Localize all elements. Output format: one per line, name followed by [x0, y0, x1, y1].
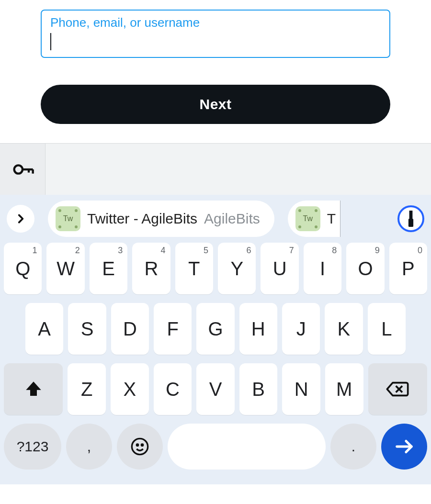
- key-superscript: 7: [289, 246, 294, 256]
- key-w[interactable]: W2: [46, 243, 84, 294]
- key-l[interactable]: L: [368, 303, 406, 355]
- credential-app-icon: Tw: [56, 206, 80, 231]
- key-v[interactable]: V: [196, 363, 235, 415]
- numeric-mode-key[interactable]: ?123: [4, 424, 61, 470]
- key-c[interactable]: C: [154, 363, 192, 415]
- svg-point-9: [136, 444, 138, 446]
- key-superscript: 5: [204, 246, 208, 256]
- key-superscript: 2: [75, 246, 80, 256]
- autofill-suggestion-primary[interactable]: Tw Twitter - AgileBits AgileBits: [48, 201, 274, 237]
- enter-key[interactable]: [381, 424, 427, 470]
- key-t[interactable]: T5: [175, 243, 213, 294]
- svg-point-0: [14, 165, 23, 173]
- key-a[interactable]: A: [25, 303, 63, 355]
- key-f[interactable]: F: [154, 303, 192, 355]
- key-superscript: 3: [118, 246, 123, 256]
- key-m[interactable]: M: [325, 363, 363, 415]
- key-g[interactable]: G: [196, 303, 234, 355]
- key-k[interactable]: K: [325, 303, 363, 355]
- credential-app-icon: Tw: [295, 206, 320, 231]
- credential-badge-text: Tw: [63, 214, 73, 223]
- key-n[interactable]: N: [282, 363, 320, 415]
- login-input-label: Phone, email, or username: [50, 15, 381, 30]
- period-key[interactable]: .: [330, 424, 376, 470]
- next-button[interactable]: Next: [41, 85, 390, 124]
- key-s[interactable]: S: [68, 303, 106, 355]
- key-d[interactable]: D: [111, 303, 149, 355]
- autofill-accessory-bar: [0, 143, 431, 195]
- svg-point-8: [132, 438, 147, 454]
- shift-key[interactable]: [4, 363, 63, 415]
- svg-rect-5: [408, 219, 413, 227]
- onscreen-keyboard: Tw Twitter - AgileBits AgileBits Tw T Q1…: [0, 195, 431, 484]
- key-p[interactable]: P0: [389, 243, 427, 294]
- key-y[interactable]: Y6: [218, 243, 256, 294]
- backspace-key[interactable]: [368, 363, 427, 415]
- autofill-suggestion-secondary[interactable]: Tw T: [288, 201, 340, 237]
- key-r[interactable]: R4: [132, 243, 170, 294]
- svg-point-10: [141, 444, 143, 446]
- suggestion-subtitle: AgileBits: [204, 211, 260, 227]
- login-input-wrapper[interactable]: Phone, email, or username: [41, 10, 390, 58]
- onepassword-icon[interactable]: [397, 205, 424, 232]
- key-superscript: 4: [161, 246, 166, 256]
- key-h[interactable]: H: [239, 303, 277, 355]
- password-key-icon[interactable]: [0, 144, 45, 195]
- key-b[interactable]: B: [239, 363, 278, 415]
- key-e[interactable]: E3: [90, 243, 127, 294]
- emoji-key[interactable]: [117, 424, 163, 470]
- key-superscript: 0: [418, 246, 422, 256]
- key-z[interactable]: Z: [68, 363, 106, 415]
- key-j[interactable]: J: [282, 303, 320, 355]
- login-input[interactable]: [51, 31, 381, 50]
- comma-key[interactable]: ,: [66, 424, 112, 470]
- key-superscript: 1: [32, 246, 37, 256]
- key-superscript: 6: [246, 246, 251, 256]
- autofill-suggestion-row: Tw Twitter - AgileBits AgileBits Tw T: [0, 200, 431, 238]
- suggestion-title: Twitter - AgileBits: [87, 211, 197, 227]
- key-u[interactable]: U7: [261, 243, 298, 294]
- key-i[interactable]: I8: [304, 243, 341, 294]
- expand-suggestions-button[interactable]: [7, 205, 34, 233]
- key-superscript: 8: [332, 246, 337, 256]
- credential-badge-text: Tw: [303, 214, 313, 223]
- key-o[interactable]: O9: [346, 243, 384, 294]
- space-key[interactable]: [168, 424, 326, 470]
- key-q[interactable]: Q1: [4, 243, 42, 294]
- key-x[interactable]: X: [111, 363, 149, 415]
- key-superscript: 9: [375, 246, 380, 256]
- suggestion-title-fragment: T: [327, 211, 336, 227]
